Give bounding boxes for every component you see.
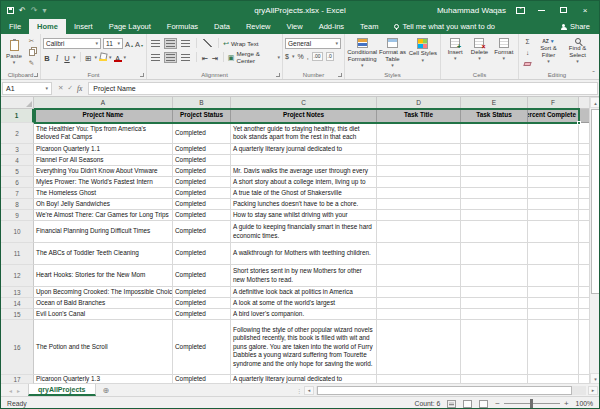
cell[interactable] bbox=[579, 221, 589, 243]
tab-review[interactable]: Review bbox=[238, 19, 279, 34]
tab-add-ins[interactable]: Add-ins bbox=[311, 19, 352, 34]
comma-button[interactable]: , bbox=[307, 53, 309, 60]
row-number[interactable]: 16 bbox=[1, 320, 34, 375]
tab-data[interactable]: Data bbox=[206, 19, 238, 34]
dialog-launcher-clipboard[interactable] bbox=[34, 73, 38, 77]
cell-percent-complete[interactable] bbox=[528, 166, 579, 177]
cell-percent-complete[interactable] bbox=[528, 298, 579, 309]
row-number[interactable]: 6 bbox=[1, 177, 34, 188]
cell-project-status[interactable]: Completed bbox=[173, 155, 231, 166]
cell-task-status[interactable] bbox=[461, 287, 528, 298]
cell-project-status[interactable]: Completed bbox=[173, 177, 231, 188]
cell-task-title[interactable] bbox=[377, 221, 461, 243]
cell-project-notes[interactable]: A quarterly literary journal dedicated t… bbox=[231, 144, 377, 155]
cell[interactable] bbox=[579, 265, 589, 287]
percent-button[interactable]: % bbox=[297, 53, 303, 60]
header-project-name[interactable]: Project Name bbox=[34, 109, 173, 123]
row-number[interactable]: 5 bbox=[1, 166, 34, 177]
normal-view-button[interactable] bbox=[447, 400, 456, 408]
maximize-button[interactable] bbox=[557, 4, 569, 16]
sheet-tab-qryallprojects[interactable]: qryAllProjects bbox=[28, 384, 95, 396]
cell-project-notes[interactable]: A short story about a college intern, li… bbox=[231, 177, 377, 188]
header-task-status[interactable]: Task Status bbox=[461, 109, 528, 123]
column-header-d[interactable]: D bbox=[377, 97, 461, 109]
cell-percent-complete[interactable] bbox=[528, 177, 579, 188]
cell-project-name[interactable]: The Potion and the Scroll bbox=[34, 320, 173, 375]
row-number[interactable]: 10 bbox=[1, 221, 34, 243]
redo-button[interactable]: ↷ bbox=[31, 6, 38, 15]
cell[interactable] bbox=[579, 199, 589, 210]
cell-project-status[interactable]: Completed bbox=[173, 221, 231, 243]
close-button[interactable]: × bbox=[579, 4, 591, 16]
cell[interactable] bbox=[579, 144, 589, 155]
paste-button[interactable]: Paste ▾ bbox=[3, 36, 25, 68]
cell-task-title[interactable] bbox=[377, 177, 461, 188]
cell-task-title[interactable] bbox=[377, 155, 461, 166]
cell-percent-complete[interactable] bbox=[528, 320, 579, 375]
bold-button[interactable]: B bbox=[43, 52, 51, 62]
cell-project-name[interactable]: Evil Loon's Canal bbox=[34, 309, 173, 320]
cell-project-notes[interactable]: Yet another guide to staying healthy, th… bbox=[231, 123, 377, 144]
cell-project-notes[interactable]: Following the style of other popular wiz… bbox=[231, 320, 377, 375]
tab-view[interactable]: View bbox=[279, 19, 311, 34]
cell-project-status[interactable]: Completed bbox=[173, 287, 231, 298]
cell-percent-complete[interactable] bbox=[528, 375, 579, 384]
column-header-g-partial[interactable] bbox=[579, 97, 589, 109]
minimize-button[interactable] bbox=[535, 4, 547, 16]
cell-project-status[interactable]: Completed bbox=[173, 375, 231, 384]
row-number[interactable]: 14 bbox=[1, 298, 34, 309]
cell-project-name[interactable]: Flannel For All Seasons bbox=[34, 155, 173, 166]
cell-project-status[interactable]: Completed bbox=[173, 144, 231, 155]
splitter-handle[interactable]: ⋮ bbox=[296, 387, 302, 394]
cancel-button[interactable]: ✕ bbox=[58, 84, 63, 92]
cell-task-status[interactable] bbox=[461, 188, 528, 199]
cell-percent-complete[interactable] bbox=[528, 287, 579, 298]
cell[interactable] bbox=[579, 123, 589, 144]
cell-project-status[interactable]: Completed bbox=[173, 265, 231, 287]
cell[interactable] bbox=[579, 155, 589, 166]
sheet-nav-next-icon[interactable]: ▸ bbox=[17, 387, 20, 394]
cell-project-name[interactable]: Heart Hooks: Stories for the New Mom bbox=[34, 265, 173, 287]
cell-project-name[interactable]: Picaroon Quarterly 1.1 bbox=[34, 144, 173, 155]
delete-cells-button[interactable]: Delete ▾ bbox=[467, 36, 491, 68]
number-format-select[interactable]: General▾ bbox=[285, 38, 341, 49]
horizontal-scrollbar[interactable]: ⋮ ◂ ▸ bbox=[116, 384, 599, 396]
row-number[interactable]: 15 bbox=[1, 309, 34, 320]
decrease-font-button[interactable]: A bbox=[135, 38, 143, 48]
cut-button[interactable]: ✂ bbox=[29, 38, 34, 45]
cell[interactable] bbox=[579, 287, 589, 298]
column-header-a[interactable]: A bbox=[34, 97, 173, 109]
cell-project-name[interactable]: The Homeless Ghost bbox=[34, 188, 173, 199]
zoom-in-button[interactable]: + bbox=[564, 400, 569, 408]
cell[interactable] bbox=[579, 243, 589, 265]
insert-cells-button[interactable]: Insert ▾ bbox=[443, 36, 467, 68]
cell-task-status[interactable] bbox=[461, 166, 528, 177]
cell-task-title[interactable] bbox=[377, 243, 461, 265]
vertical-scroll-thumb[interactable] bbox=[591, 109, 600, 294]
align-center-button[interactable] bbox=[164, 52, 177, 63]
orientation-button[interactable] bbox=[201, 37, 214, 49]
cell-project-status[interactable]: Completed bbox=[173, 166, 231, 177]
tab-home[interactable]: Home bbox=[29, 19, 66, 34]
share-button[interactable]: Share bbox=[552, 19, 599, 34]
header-project-status[interactable]: Project Status bbox=[173, 109, 231, 123]
cell[interactable] bbox=[579, 375, 589, 384]
dialog-launcher-font[interactable] bbox=[140, 73, 144, 77]
currency-button[interactable]: $ bbox=[285, 53, 289, 60]
cell-percent-complete[interactable] bbox=[528, 265, 579, 287]
row-number[interactable]: 11 bbox=[1, 243, 34, 265]
cell[interactable] bbox=[579, 210, 589, 221]
cell-task-title[interactable] bbox=[377, 265, 461, 287]
align-left-button[interactable] bbox=[149, 52, 162, 63]
tab-team[interactable]: Team bbox=[352, 19, 386, 34]
cell[interactable] bbox=[579, 320, 589, 375]
conditional-formatting-button[interactable]: Conditional Formatting ▾ bbox=[347, 36, 377, 68]
column-header-c[interactable]: C bbox=[231, 97, 377, 109]
row-number[interactable]: 1 bbox=[1, 109, 34, 123]
cell-project-status[interactable]: Completed bbox=[173, 210, 231, 221]
cell-task-status[interactable] bbox=[461, 375, 528, 384]
cell-task-status[interactable] bbox=[461, 177, 528, 188]
align-top-button[interactable] bbox=[149, 38, 162, 49]
cell-task-status[interactable] bbox=[461, 123, 528, 144]
italic-button[interactable]: I bbox=[53, 52, 61, 62]
